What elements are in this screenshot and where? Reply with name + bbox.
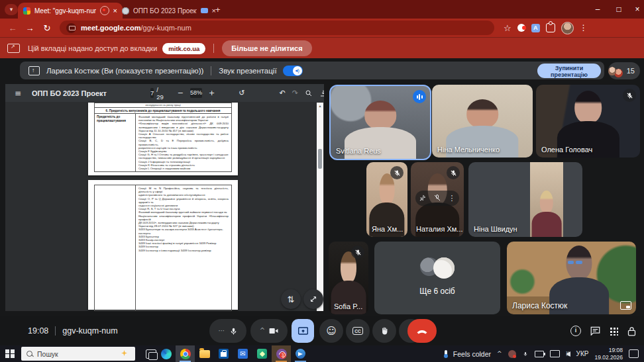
video-tile-nina-shvydun[interactable]: Ніна Швидун — [468, 162, 582, 237]
mic-off-icon — [351, 246, 364, 259]
address-bar[interactable]: meet.google.com/ggv-kuqm-num — [60, 21, 494, 35]
taskbar-explorer-button[interactable] — [195, 345, 214, 362]
tray-expand-icon[interactable]: ^ — [497, 351, 502, 357]
tray-battery-icon[interactable] — [535, 351, 544, 357]
pdf-page-total: / 29 — [156, 86, 164, 101]
mail-icon: ✉ — [238, 349, 248, 359]
tray-volume-icon[interactable] — [566, 351, 570, 357]
taskbar-mail-button[interactable]: ✉ — [233, 345, 252, 362]
taskbar-search-box[interactable]: Пошук — [21, 347, 135, 361]
taskbar-green-app-button[interactable] — [252, 345, 272, 362]
new-tab-button[interactable]: + — [215, 5, 221, 15]
mute-icon[interactable] — [433, 194, 441, 202]
notification-center-icon[interactable] — [629, 349, 639, 358]
zoom-out-icon[interactable]: − — [178, 89, 184, 97]
present-screen-button[interactable] — [292, 319, 314, 343]
taskbar-clock[interactable]: 19:08 19.02.2026 — [594, 347, 623, 361]
undo-icon[interactable]: ↶ — [279, 89, 285, 97]
tab-search-button[interactable]: ▾ — [5, 4, 18, 15]
shared-site-pill[interactable]: mitk.co.ua — [162, 43, 205, 54]
video-tile-svitlana-reus[interactable]: Svitlana Reus — [329, 85, 431, 160]
captions-button[interactable]: CC — [346, 319, 370, 343]
meeting-details-icon[interactable]: i — [570, 326, 581, 336]
taskbar-viber-button[interactable]: 3 — [272, 345, 291, 362]
translate-icon[interactable]: A — [531, 24, 540, 32]
back-button[interactable]: ← — [4, 23, 21, 33]
camera-button[interactable]: ^ — [250, 319, 288, 343]
profile-avatar[interactable] — [561, 22, 574, 34]
window-minimize-button[interactable]: – — [588, 2, 607, 17]
microphone-button[interactable]: ⋯ — [209, 319, 246, 343]
video-tile-natalia[interactable]: ⋮ Наталия Хм... — [411, 162, 464, 237]
tab-title: ОПП БО 2023 Проект — [133, 7, 197, 15]
stop-presentation-button[interactable]: Зупинити презентацію — [537, 64, 601, 78]
tab-title: Meet: "ggv-kuqm-num" — [34, 7, 96, 15]
pdf-page-input[interactable]: 7 — [150, 88, 154, 98]
divider — [55, 326, 56, 336]
participant-name: Олена Головач — [541, 146, 592, 154]
fullscreen-button[interactable] — [303, 289, 323, 309]
window-close-button[interactable]: × — [628, 2, 644, 17]
shared-pdf-viewer: ≡ ОПП БО 2023 Проект 7 / 29 − 58% + ↺ ↶ … — [5, 84, 324, 311]
picture-in-picture-icon[interactable] — [620, 301, 631, 310]
viber-icon: 3 — [276, 349, 287, 359]
scrollbar-thumb[interactable] — [318, 149, 322, 169]
overflow-tile-more-people[interactable]: Ще 6 осіб — [374, 242, 500, 314]
leave-call-button[interactable] — [407, 319, 437, 343]
video-tile-olena-holovach[interactable]: Олена Головач — [536, 85, 640, 158]
rotate-icon[interactable]: ↺ — [239, 89, 244, 97]
taskbar-store-button[interactable] — [214, 345, 233, 362]
participant-name: Наталия Хм... — [416, 225, 463, 233]
chat-icon[interactable] — [590, 326, 600, 336]
language-indicator[interactable]: УКР — [576, 350, 589, 357]
signature-icon[interactable] — [305, 89, 313, 97]
video-tile-nina-melnychenko[interactable]: Ніна Мельниченко — [432, 85, 533, 158]
extensions-icon[interactable] — [546, 23, 555, 32]
banner-message: Цій вкладці надано доступ до вкладки — [28, 44, 157, 52]
swap-presentation-button[interactable]: ⇅ — [281, 289, 301, 309]
taskbar-blue-app-button[interactable] — [291, 345, 310, 362]
stop-sharing-button[interactable]: Більше не ділитися — [222, 40, 311, 56]
taskbar-edge-button[interactable] — [156, 345, 176, 362]
reload-button[interactable]: ↻ — [38, 23, 56, 33]
tab-project[interactable]: ОПП БО 2023 Проект × — [117, 3, 221, 19]
activities-grid-icon[interactable] — [610, 327, 618, 336]
video-tile-larysa-kostiuk-self[interactable]: Лариса Костюк — [507, 242, 636, 314]
reactions-button[interactable]: ☺ — [319, 319, 343, 343]
scroll-up-icon[interactable]: ▴ — [317, 104, 323, 108]
pdf-zoom-level[interactable]: 58% — [190, 88, 202, 98]
start-button[interactable] — [5, 349, 15, 359]
forward-button[interactable]: → — [21, 23, 38, 33]
audio-options-icon[interactable]: ⋯ — [219, 328, 225, 334]
taskbar-chrome-button[interactable] — [176, 345, 195, 362]
tray-recording-icon[interactable] — [508, 350, 516, 358]
tab-meet[interactable]: Meet: "ggv-kuqm-num" × — [18, 3, 123, 19]
browser-menu-icon[interactable]: ⋮ — [580, 24, 588, 32]
video-options-icon[interactable]: ^ — [260, 328, 265, 334]
host-controls-lock-icon[interactable] — [627, 326, 636, 336]
raise-hand-button[interactable] — [372, 319, 396, 343]
presentation-audio-toggle[interactable]: ◂) — [283, 66, 303, 76]
pin-icon[interactable] — [419, 195, 426, 201]
weather-icon[interactable] — [445, 350, 447, 357]
document-line: Фаховий молодший бакалавр підготовлений … — [138, 115, 229, 122]
bookmark-star-icon[interactable]: ☆ — [504, 24, 511, 32]
task-view-button[interactable] — [146, 349, 156, 359]
video-tile-yana[interactable]: Яна Хм... — [366, 162, 407, 237]
participant-count-pill[interactable]: 15 — [608, 62, 640, 79]
video-tile-sofia[interactable]: Sofia P... — [329, 242, 368, 314]
download-icon[interactable] — [319, 89, 324, 97]
redo-icon[interactable]: ↷ — [292, 89, 298, 97]
window-maximize-button[interactable]: □ — [610, 2, 628, 17]
hand-icon — [380, 326, 389, 336]
weather-text[interactable]: Feels colder — [453, 350, 491, 358]
recording-indicator-icon[interactable] — [517, 24, 525, 32]
green-app-icon — [257, 349, 267, 359]
mic-icon — [229, 327, 238, 336]
pdf-menu-icon[interactable]: ≡ — [15, 89, 21, 97]
tray-network-icon[interactable] — [550, 350, 560, 357]
pdf-scrollbar[interactable]: ▴ — [317, 103, 323, 311]
tray-mic-icon[interactable] — [523, 351, 528, 357]
zoom-in-icon[interactable]: + — [209, 89, 215, 97]
tile-menu-icon[interactable]: ⋮ — [449, 195, 456, 202]
